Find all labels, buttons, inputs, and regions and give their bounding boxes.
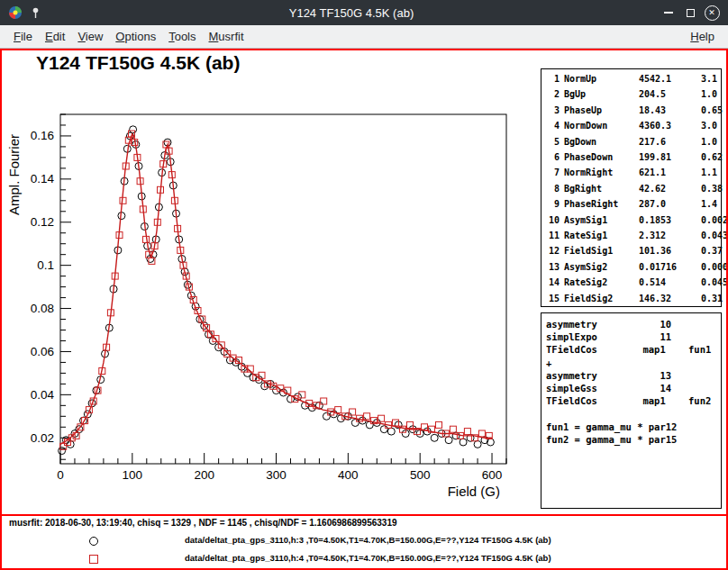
stats-row: 7NormRight621.11.1 xyxy=(545,165,721,180)
circle-marker-icon xyxy=(89,537,98,546)
menu-file[interactable]: File xyxy=(7,30,39,43)
menu-edit[interactable]: Edit xyxy=(39,30,71,43)
x-axis-title: Field (G) xyxy=(448,484,500,499)
svg-text:0.02: 0.02 xyxy=(31,431,54,445)
plot-frame xyxy=(60,114,506,464)
app-icon[interactable] xyxy=(5,3,25,23)
menu-tools[interactable]: Tools xyxy=(162,30,202,43)
svg-text:0.08: 0.08 xyxy=(31,302,54,315)
svg-text:0.12: 0.12 xyxy=(31,215,54,229)
stats-row: 8BgRight42.620.38 xyxy=(545,181,721,196)
close-icon: ✕ xyxy=(705,5,720,21)
stats-row: 5BgDown217.61.0 xyxy=(545,134,721,149)
stats-rows: 1NormUp4542.13.12BgUp204.51.03PhaseUp18.… xyxy=(545,71,721,306)
svg-text:0.14: 0.14 xyxy=(31,172,55,185)
svg-text:200: 200 xyxy=(194,468,214,482)
parameter-stats-box[interactable]: 1NormUp4542.13.12BgUp204.51.03PhaseUp18.… xyxy=(541,68,722,307)
svg-text:0.06: 0.06 xyxy=(31,345,54,358)
stats-row: 14RateSig20.5140.045 xyxy=(545,275,721,290)
maximize-button[interactable] xyxy=(679,2,701,23)
circle-series xyxy=(59,126,495,455)
axis-tick-labels: 01002003004005006000.020.040.060.080.10.… xyxy=(31,129,503,482)
svg-text:300: 300 xyxy=(266,468,287,482)
menu-help[interactable]: Help xyxy=(684,30,721,43)
stats-row: 15FieldSig2146.320.31 xyxy=(545,291,721,306)
footer-divider xyxy=(2,514,726,516)
menubar: File Edit View Options Tools Musrfit Hel… xyxy=(0,25,728,49)
svg-text:500: 500 xyxy=(410,468,431,482)
svg-text:100: 100 xyxy=(123,468,143,482)
stats-row: 4NormDown4360.33.0 xyxy=(545,118,721,133)
theory-text: asymmetry 10 simplExpo 11 TFieldCos map1… xyxy=(541,313,721,450)
maximize-icon xyxy=(687,9,695,17)
svg-text:0.1: 0.1 xyxy=(37,258,54,272)
menu-view[interactable]: View xyxy=(71,30,109,43)
fit-line xyxy=(60,134,492,445)
square-marker-icon xyxy=(89,555,98,564)
stats-row: 2BgUp204.51.0 xyxy=(545,86,721,102)
titlebar[interactable]: Y124 TF150G 4.5K (ab) ✕ xyxy=(0,0,728,25)
svg-text:400: 400 xyxy=(338,468,359,482)
stats-row: 12FieldSig1101.360.37 xyxy=(545,243,721,258)
legend-row-h3: data/deltat_pta_gps_3110,h:3 ,T0=4.50K,T… xyxy=(2,534,726,547)
y-axis-title: Ampl. Fourier xyxy=(6,134,22,215)
app-window: Y124 TF150G 4.5K (ab) ✕ File Edit View O… xyxy=(0,0,728,570)
axis-titles: Ampl. FourierField (G) xyxy=(6,134,500,499)
svg-text:0: 0 xyxy=(57,468,64,482)
menu-musrfit[interactable]: Musrfit xyxy=(203,30,250,43)
plot-area[interactable]: 01002003004005006000.020.040.060.080.10.… xyxy=(2,50,538,505)
theory-box[interactable]: asymmetry 10 simplExpo 11 TFieldCos map1… xyxy=(541,312,722,509)
menu-options[interactable]: Options xyxy=(109,30,162,43)
window-title: Y124 TF150G 4.5K (ab) xyxy=(45,6,658,20)
legend-label-h4: data/deltat_pta_gps_3110,h:4 ,T0=4.50K,T… xyxy=(185,553,551,563)
root-canvas[interactable]: 01002003004005006000.020.040.060.080.10.… xyxy=(0,49,728,570)
minimize-icon xyxy=(664,12,673,14)
legend-row-h4: data/deltat_pta_gps_3110,h:4 ,T0=4.50K,T… xyxy=(2,552,726,565)
svg-text:0.16: 0.16 xyxy=(31,129,54,142)
stats-row: 3PhaseUp18.430.65 xyxy=(545,103,721,118)
stats-row: 9PhaseRight287.01.4 xyxy=(545,196,721,212)
fit-info: musrfit: 2018-06-30, 13:19:40, chisq = 1… xyxy=(9,518,397,528)
close-button[interactable]: ✕ xyxy=(701,2,723,23)
pin-icon[interactable] xyxy=(25,3,45,23)
plot-title: Y124 TF150G 4.5K (ab) xyxy=(36,52,240,74)
stats-row: 1NormUp4542.13.1 xyxy=(545,71,721,86)
minimize-button[interactable] xyxy=(658,2,679,23)
axis-ticks xyxy=(60,114,506,464)
stats-row: 11RateSig12.3120.043 xyxy=(545,228,721,243)
legend-label-h3: data/deltat_pta_gps_3110,h:3 ,T0=4.50K,T… xyxy=(185,535,551,545)
svg-text:0.04: 0.04 xyxy=(31,388,55,402)
stats-row: 6PhaseDown199.810.62 xyxy=(545,149,721,165)
svg-text:600: 600 xyxy=(482,468,503,482)
stats-row: 13AsymSig20.017160.00098 xyxy=(545,259,721,275)
stats-row: 10AsymSig10.18530.0028 xyxy=(545,213,721,228)
